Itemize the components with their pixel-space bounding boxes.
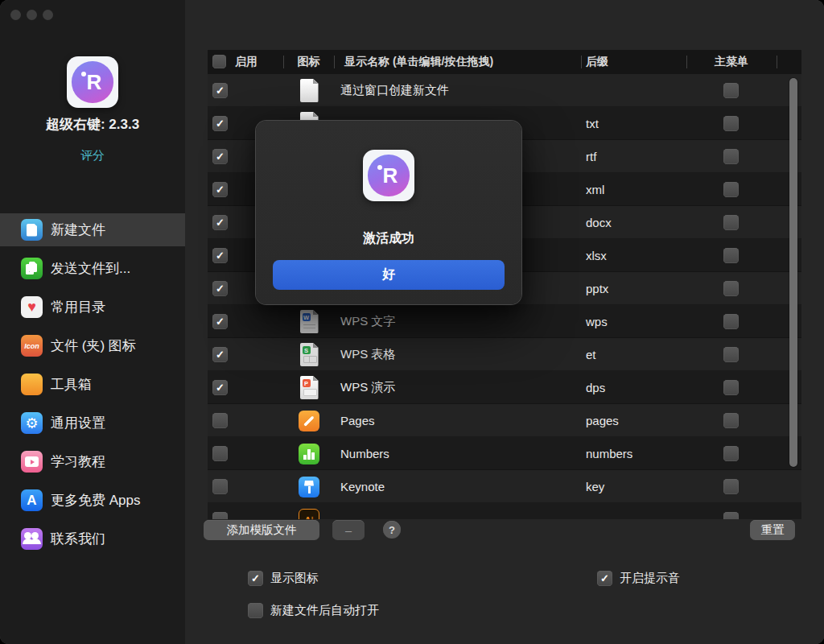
suffix-text: xml <box>586 173 604 206</box>
option-label: 开启提示音 <box>620 571 680 586</box>
main-menu-checkbox[interactable] <box>723 116 739 131</box>
sidebar-item-appstore[interactable]: A 更多免费 Apps <box>0 484 185 517</box>
main-menu-checkbox[interactable] <box>723 215 739 230</box>
enable-checkbox[interactable] <box>212 479 228 494</box>
suffix-text: rtf <box>586 140 596 173</box>
option-label: 显示图标 <box>270 571 319 586</box>
enable-checkbox[interactable] <box>212 380 228 395</box>
table-scrollbar[interactable] <box>789 78 797 467</box>
column-header-enable: 启用 <box>235 50 258 74</box>
rate-link[interactable]: 评分 <box>0 148 185 163</box>
add-template-button[interactable]: 添加模版文件 <box>204 520 319 540</box>
main-menu-checkbox[interactable] <box>723 479 739 494</box>
main-menu-checkbox[interactable] <box>723 413 739 428</box>
remove-row-button[interactable]: – <box>332 520 365 540</box>
suffix-text: et <box>586 338 596 371</box>
option-checkbox[interactable] <box>248 571 263 586</box>
display-name[interactable]: WPS 表格 <box>340 338 395 371</box>
select-all-checkbox[interactable] <box>212 55 226 68</box>
table-row[interactable]: Keynote key <box>208 470 801 503</box>
main-menu-checkbox[interactable] <box>723 314 739 329</box>
dialog-app-logo-icon: R <box>363 150 414 201</box>
display-name[interactable]: 通过窗口创建新文件 <box>340 74 449 107</box>
display-name[interactable]: WPS 文字 <box>340 305 395 338</box>
table-row[interactable]: Ai <box>208 503 801 519</box>
file-type-icon <box>299 470 319 503</box>
sidebar-item-send-file[interactable]: 发送文件到... <box>0 252 185 285</box>
sidebar-item-label: 新建文件 <box>51 221 105 239</box>
enable-checkbox[interactable] <box>212 512 228 519</box>
main-menu-checkbox[interactable] <box>723 347 739 362</box>
table-row[interactable]: Pages pages <box>208 404 801 437</box>
suffix-text: dps <box>586 371 605 404</box>
main-menu-checkbox[interactable] <box>723 512 739 519</box>
file-type-icon: S <box>299 338 319 371</box>
table-row[interactable]: P WPS 演示 dps <box>208 371 801 404</box>
display-name[interactable]: Numbers <box>340 437 389 470</box>
file-type-icon <box>299 74 319 107</box>
display-name[interactable]: Keynote <box>340 470 385 503</box>
minimize-button[interactable] <box>27 10 37 20</box>
sidebar-item-settings[interactable]: ⚙ 通用设置 <box>0 407 185 440</box>
sidebar-item-favorites[interactable]: ♥ 常用目录 <box>0 291 185 324</box>
file-type-icon <box>299 404 319 437</box>
sidebar-item-toolbox[interactable]: 工具箱 <box>0 368 185 401</box>
enable-checkbox[interactable] <box>212 149 228 164</box>
dialog-title: 激活成功 <box>256 230 521 247</box>
main-menu-checkbox[interactable] <box>723 380 739 395</box>
main-menu-checkbox[interactable] <box>723 281 739 296</box>
display-name[interactable]: WPS 演示 <box>340 371 395 404</box>
enable-checkbox[interactable] <box>212 248 228 263</box>
enable-checkbox[interactable] <box>212 182 228 197</box>
main-pane: 启用 图标 显示名称 (单击编辑/按住拖拽) 后缀 主菜单 通过窗口创建新文件 … <box>185 0 824 644</box>
enable-checkbox[interactable] <box>212 446 228 461</box>
sidebar-nav: 新建文件 发送文件到... ♥ 常用目录 Icon 文件 (夹) 图标 工具箱 … <box>0 213 185 561</box>
file-type-icon: Ai <box>299 503 319 519</box>
suffix-text: wps <box>586 305 608 338</box>
main-menu-checkbox[interactable] <box>723 248 739 263</box>
column-header-icon: 图标 <box>283 50 334 74</box>
dialog-ok-button[interactable]: 好 <box>273 260 505 290</box>
table-row[interactable]: 通过窗口创建新文件 <box>208 74 801 107</box>
sidebar-item-label: 发送文件到... <box>51 259 130 278</box>
option-checkbox[interactable] <box>597 571 612 586</box>
column-header-main-menu: 主菜单 <box>686 50 777 74</box>
sidebar-item-label: 更多免费 Apps <box>51 491 140 510</box>
enable-checkbox[interactable] <box>212 215 228 230</box>
main-menu-checkbox[interactable] <box>723 83 739 98</box>
sidebar: R 超级右键: 2.3.3 评分 新建文件 发送文件到... ♥ 常用目录 Ic… <box>0 0 185 644</box>
enable-checkbox[interactable] <box>212 116 228 131</box>
enable-checkbox[interactable] <box>212 413 228 428</box>
enable-checkbox[interactable] <box>212 83 228 98</box>
main-menu-checkbox[interactable] <box>723 182 739 197</box>
app-logo-icon: R <box>67 56 118 108</box>
enable-checkbox[interactable] <box>212 281 228 296</box>
enable-checkbox[interactable] <box>212 347 228 362</box>
table-row[interactable]: Numbers numbers <box>208 437 801 470</box>
help-button[interactable]: ? <box>383 521 401 539</box>
sidebar-item-label: 通用设置 <box>51 414 105 432</box>
app-title: 超级右键: 2.3.3 <box>0 115 185 134</box>
sidebar-item-file-folder-icon[interactable]: Icon 文件 (夹) 图标 <box>0 329 185 362</box>
option-checkbox[interactable] <box>248 603 263 618</box>
column-header-suffix: 后缀 <box>586 50 608 74</box>
close-button[interactable] <box>10 10 21 20</box>
enable-checkbox[interactable] <box>212 314 228 329</box>
display-name[interactable]: Pages <box>340 404 375 437</box>
sidebar-item-contact[interactable]: 联系我们 <box>0 522 185 555</box>
table-row[interactable]: S WPS 表格 et <box>208 338 801 371</box>
suffix-text: pages <box>586 404 619 437</box>
option-label: 新建文件后自动打开 <box>270 603 379 618</box>
zoom-button[interactable] <box>43 10 53 20</box>
sidebar-item-tutorial[interactable]: 学习教程 <box>0 445 185 478</box>
sidebar-item-label: 文件 (夹) 图标 <box>51 336 136 355</box>
table-row[interactable]: W WPS 文字 wps <box>208 305 801 338</box>
main-menu-checkbox[interactable] <box>723 446 739 461</box>
traffic-lights <box>10 10 53 20</box>
reset-button[interactable]: 重置 <box>750 520 795 540</box>
column-header-name: 显示名称 (单击编辑/按住拖拽) <box>344 50 493 74</box>
main-menu-checkbox[interactable] <box>723 149 739 164</box>
sidebar-item-new-file[interactable]: 新建文件 <box>0 213 185 246</box>
option-2: 新建文件后自动打开 <box>248 603 379 618</box>
activation-dialog: R 激活成功 好 <box>256 121 521 304</box>
